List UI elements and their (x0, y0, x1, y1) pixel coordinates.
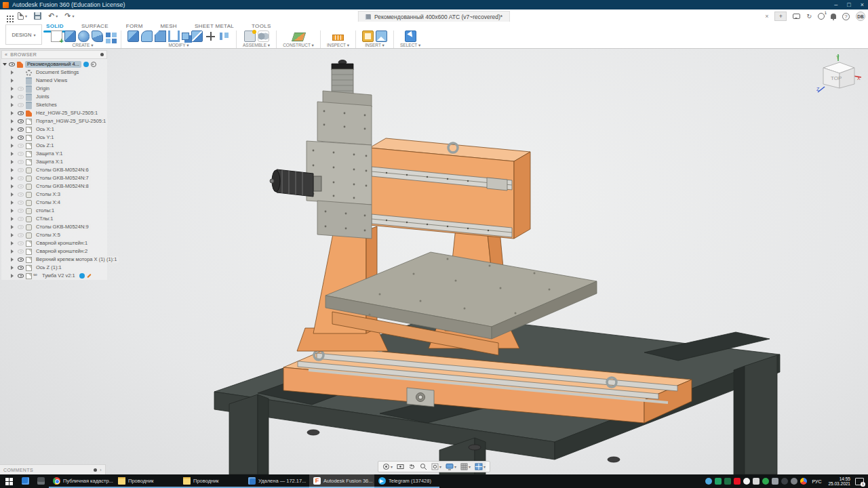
expand-arrow-icon[interactable] (11, 274, 16, 278)
pinned-blue-app-button[interactable] (18, 474, 33, 488)
shell-icon[interactable] (168, 30, 180, 42)
app-grid-icon[interactable] (4, 13, 11, 20)
job-status-icon[interactable]: ↻ (806, 13, 812, 20)
select-window-icon[interactable] (405, 30, 416, 42)
group-inspect-label[interactable]: INSPECT ▾ (327, 43, 349, 48)
browser-root-item[interactable]: Рекомендованный 4... (3, 60, 107, 68)
viewcube[interactable]: TOP X Y Z (814, 53, 863, 95)
expand-arrow-icon[interactable] (11, 103, 16, 107)
browser-item[interactable]: Ось Z:1 (3, 142, 107, 150)
pan-icon[interactable] (408, 463, 416, 470)
visibility-eye-icon[interactable] (18, 225, 24, 229)
visibility-eye-icon[interactable] (18, 111, 24, 115)
joint-icon[interactable] (258, 30, 269, 42)
browser-item-label[interactable]: Столы GKB-M0524N:9 (34, 224, 91, 230)
visibility-eye-icon[interactable] (18, 209, 24, 213)
undo-button[interactable]: ↶▾ (48, 12, 58, 20)
browser-item-label[interactable]: Ось X:1 (34, 126, 56, 133)
browser-item-label[interactable]: Столы X:5 (34, 232, 62, 239)
insert-canvas-icon[interactable] (376, 30, 387, 42)
visibility-eye-icon[interactable] (18, 144, 24, 148)
press-pull-icon[interactable] (127, 30, 139, 42)
visibility-eye-icon[interactable] (18, 168, 24, 172)
browser-item[interactable]: Joints (3, 93, 107, 101)
browser-item-label[interactable]: столы:1 (34, 207, 56, 214)
browser-item[interactable]: Верхний крепеж мотора X (1) (1):1 (3, 256, 107, 264)
taskbar-chrome-button[interactable]: Публичная кадастр... (49, 474, 114, 488)
visibility-eye-icon[interactable] (18, 136, 24, 140)
browser-item[interactable]: Ось Y:1 (3, 134, 107, 142)
help-icon[interactable]: ? (842, 13, 850, 20)
notifications-bell-icon[interactable] (831, 14, 836, 19)
expand-arrow-icon[interactable] (11, 119, 16, 123)
pinned-calculator-button[interactable] (33, 474, 49, 488)
visibility-eye-icon[interactable] (18, 274, 24, 278)
expand-arrow-icon[interactable] (11, 241, 16, 245)
excel-tray-icon[interactable] (724, 478, 731, 485)
browser-item[interactable]: Ось Z (1):1 (3, 264, 107, 272)
browser-item[interactable]: Тумба V2 v2:1 (3, 272, 107, 280)
browser-item[interactable]: столы:1 (3, 207, 107, 215)
visibility-eye-icon[interactable] (9, 62, 15, 66)
new-component-icon[interactable] (244, 30, 256, 42)
measure-icon[interactable] (332, 35, 344, 41)
visibility-eye-icon[interactable] (18, 258, 24, 262)
browser-item[interactable]: Столы GKB-M0524N:8 (3, 182, 107, 190)
grid-layout-icon[interactable]: ▾ (460, 463, 471, 470)
tab-sheet-metal[interactable]: SHEET METAL (195, 23, 234, 30)
expand-arrow-icon[interactable] (11, 217, 16, 221)
group-create-label[interactable]: CREATE ▾ (73, 43, 94, 48)
visibility-eye-icon[interactable] (18, 127, 24, 131)
model-viewport[interactable]: « BROWSER Рекомендованный 4... Document … (0, 49, 868, 474)
comments-options-icon[interactable] (94, 468, 97, 472)
browser-item-label[interactable]: Ось Z (1):1 (34, 264, 64, 271)
visibility-eye-icon[interactable] (18, 192, 24, 197)
tab-solid[interactable]: SOLID (46, 23, 64, 30)
browser-item-label[interactable]: Защита X:1 (34, 159, 65, 165)
browser-item-label[interactable]: Столы X:3 (34, 191, 62, 198)
new-document-tab-button[interactable]: + (774, 12, 787, 21)
taskbar-fusion-button[interactable]: F Autodesk Fusion 36... (309, 474, 374, 488)
browser-item-label[interactable]: Столы GKB-M0524N:8 (34, 183, 91, 190)
browser-panel-header[interactable]: « BROWSER (1, 50, 107, 59)
browser-item[interactable]: Столы GKB-M0524N:6 (3, 166, 107, 174)
extrude-icon[interactable] (64, 30, 76, 42)
taskbar-explorer-button-1[interactable]: Проводник (114, 474, 179, 488)
visibility-eye-icon[interactable] (18, 119, 24, 123)
taskbar-remote-desktop-button[interactable]: Удалена — 172.17... (244, 474, 309, 488)
volume-icon[interactable] (772, 478, 778, 485)
dark-circle-tray-icon[interactable] (781, 478, 788, 485)
telegram-tray-icon[interactable] (705, 478, 712, 485)
visibility-eye-icon[interactable] (18, 103, 24, 107)
redo-button[interactable]: ↷▾ (64, 12, 74, 20)
tab-mesh[interactable]: MESH (161, 23, 177, 30)
visibility-eye-icon[interactable] (18, 95, 24, 99)
expand-arrow-icon[interactable] (11, 111, 16, 115)
visibility-eye-icon[interactable] (18, 152, 24, 156)
expand-arrow-icon[interactable] (11, 258, 16, 262)
group-construct-label[interactable]: CONSTRUCT ▾ (283, 43, 314, 48)
browser-item-label[interactable]: Тумба V2 v2:1 (40, 272, 77, 279)
browser-item[interactable]: Столы X:4 (3, 199, 107, 207)
expand-arrow-icon[interactable] (11, 266, 16, 270)
expand-arrow-icon[interactable] (11, 127, 16, 131)
browser-item[interactable]: Origin (3, 85, 107, 93)
minimize-button[interactable]: – (834, 1, 837, 8)
expand-arrow-icon[interactable] (11, 152, 16, 156)
browser-item-label[interactable]: Joints (34, 94, 52, 100)
activate-component-icon[interactable] (91, 62, 96, 67)
group-modify-label[interactable]: MODIFY ▾ (168, 43, 189, 48)
browser-item-label[interactable]: Сварной кронштейн:1 (34, 240, 90, 247)
browser-item-label[interactable]: СТлы:1 (34, 216, 55, 222)
browser-item[interactable]: Ось X:1 (3, 125, 107, 134)
expand-arrow-icon[interactable] (11, 192, 16, 197)
expand-arrow-icon[interactable] (11, 95, 16, 99)
workspace-selector[interactable]: DESIGN ▾ (5, 24, 42, 45)
browser-item-label[interactable]: Столы X:4 (34, 199, 62, 206)
expand-arrow-icon[interactable] (11, 79, 16, 83)
expand-arrow-icon[interactable] (11, 249, 16, 253)
close-button[interactable]: × (861, 1, 864, 8)
move-copy-icon[interactable] (205, 30, 216, 42)
browser-item[interactable]: Портал_HGW-25_SFU-2505:1 (3, 117, 107, 125)
close-document-tab-button[interactable]: × (765, 13, 768, 20)
